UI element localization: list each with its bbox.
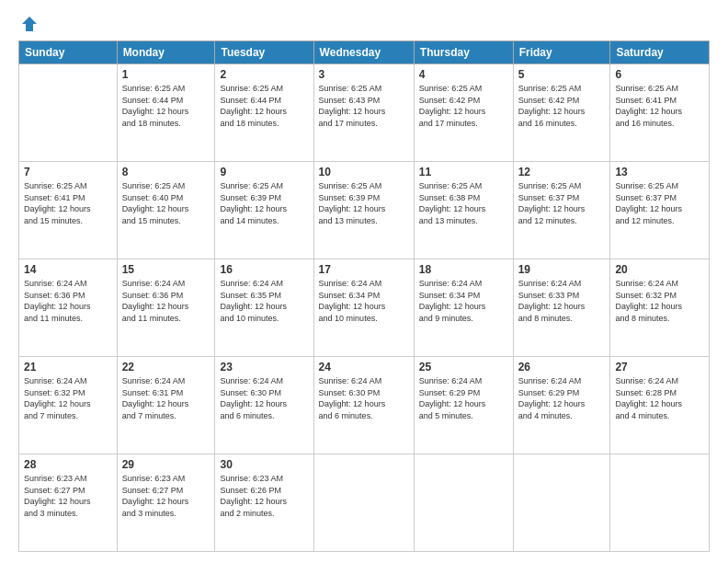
calendar-cell: 18Sunrise: 6:24 AM Sunset: 6:34 PM Dayli… [414, 259, 513, 357]
calendar-cell: 11Sunrise: 6:25 AM Sunset: 6:38 PM Dayli… [414, 162, 513, 259]
calendar: SundayMondayTuesdayWednesdayThursdayFrid… [18, 40, 710, 552]
calendar-cell: 21Sunrise: 6:24 AM Sunset: 6:32 PM Dayli… [19, 357, 118, 454]
calendar-cell: 8Sunrise: 6:25 AM Sunset: 6:40 PM Daylig… [117, 162, 215, 259]
calendar-cell: 14Sunrise: 6:24 AM Sunset: 6:36 PM Dayli… [19, 259, 118, 357]
day-number: 19 [518, 263, 606, 276]
calendar-week-row: 21Sunrise: 6:24 AM Sunset: 6:32 PM Dayli… [19, 357, 710, 454]
weekday-header: Wednesday [313, 41, 414, 64]
day-number: 9 [220, 166, 308, 178]
calendar-cell: 20Sunrise: 6:24 AM Sunset: 6:32 PM Dayli… [610, 259, 710, 357]
day-number: 6 [615, 68, 704, 81]
top-section [18, 15, 710, 33]
day-info: Sunrise: 6:24 AM Sunset: 6:36 PM Dayligh… [122, 278, 210, 324]
calendar-week-row: 7Sunrise: 6:25 AM Sunset: 6:41 PM Daylig… [19, 162, 710, 259]
day-info: Sunrise: 6:24 AM Sunset: 6:31 PM Dayligh… [122, 375, 210, 421]
day-number: 12 [518, 166, 606, 178]
day-info: Sunrise: 6:25 AM Sunset: 6:40 PM Dayligh… [122, 180, 210, 226]
calendar-cell: 9Sunrise: 6:25 AM Sunset: 6:39 PM Daylig… [215, 162, 313, 259]
day-info: Sunrise: 6:25 AM Sunset: 6:42 PM Dayligh… [419, 83, 508, 129]
page: SundayMondayTuesdayWednesdayThursdayFrid… [0, 0, 728, 563]
day-number: 8 [122, 166, 210, 178]
day-number: 1 [122, 68, 210, 81]
day-number: 17 [319, 263, 409, 276]
calendar-cell: 7Sunrise: 6:25 AM Sunset: 6:41 PM Daylig… [19, 162, 118, 259]
calendar-cell: 30Sunrise: 6:23 AM Sunset: 6:26 PM Dayli… [215, 454, 313, 552]
weekday-header: Monday [117, 41, 215, 64]
day-info: Sunrise: 6:24 AM Sunset: 6:29 PM Dayligh… [419, 375, 508, 421]
weekday-header: Thursday [414, 41, 513, 64]
day-info: Sunrise: 6:24 AM Sunset: 6:33 PM Dayligh… [518, 278, 606, 324]
day-info: Sunrise: 6:25 AM Sunset: 6:44 PM Dayligh… [220, 83, 308, 129]
day-info: Sunrise: 6:24 AM Sunset: 6:36 PM Dayligh… [24, 278, 112, 324]
weekday-header: Saturday [610, 41, 710, 64]
calendar-cell: 22Sunrise: 6:24 AM Sunset: 6:31 PM Dayli… [117, 357, 215, 454]
day-info: Sunrise: 6:24 AM Sunset: 6:29 PM Dayligh… [518, 375, 606, 421]
calendar-cell: 12Sunrise: 6:25 AM Sunset: 6:37 PM Dayli… [513, 162, 610, 259]
calendar-cell [610, 454, 710, 552]
day-info: Sunrise: 6:25 AM Sunset: 6:44 PM Dayligh… [122, 83, 210, 129]
day-number: 16 [220, 263, 308, 276]
calendar-cell: 25Sunrise: 6:24 AM Sunset: 6:29 PM Dayli… [414, 357, 513, 454]
calendar-cell: 28Sunrise: 6:23 AM Sunset: 6:27 PM Dayli… [19, 454, 118, 552]
day-info: Sunrise: 6:25 AM Sunset: 6:41 PM Dayligh… [615, 83, 704, 129]
calendar-cell: 4Sunrise: 6:25 AM Sunset: 6:42 PM Daylig… [414, 64, 513, 162]
day-info: Sunrise: 6:25 AM Sunset: 6:38 PM Dayligh… [419, 180, 508, 226]
day-number: 22 [122, 361, 210, 373]
calendar-header-row: SundayMondayTuesdayWednesdayThursdayFrid… [19, 41, 710, 64]
day-info: Sunrise: 6:25 AM Sunset: 6:37 PM Dayligh… [518, 180, 606, 226]
calendar-cell: 23Sunrise: 6:24 AM Sunset: 6:30 PM Dayli… [215, 357, 313, 454]
day-number: 27 [615, 361, 704, 373]
day-info: Sunrise: 6:24 AM Sunset: 6:28 PM Dayligh… [615, 375, 704, 421]
day-info: Sunrise: 6:25 AM Sunset: 6:43 PM Dayligh… [319, 83, 409, 129]
weekday-header: Friday [513, 41, 610, 64]
day-info: Sunrise: 6:25 AM Sunset: 6:42 PM Dayligh… [518, 83, 606, 129]
day-number: 20 [615, 263, 704, 276]
day-number: 30 [220, 458, 308, 471]
day-info: Sunrise: 6:24 AM Sunset: 6:34 PM Dayligh… [419, 278, 508, 324]
day-number: 7 [24, 166, 112, 178]
day-number: 10 [319, 166, 409, 178]
day-info: Sunrise: 6:24 AM Sunset: 6:32 PM Dayligh… [615, 278, 704, 324]
day-number: 13 [615, 166, 704, 178]
calendar-cell: 13Sunrise: 6:25 AM Sunset: 6:37 PM Dayli… [610, 162, 710, 259]
day-number: 11 [419, 166, 508, 178]
day-number: 24 [319, 361, 409, 373]
calendar-cell: 15Sunrise: 6:24 AM Sunset: 6:36 PM Dayli… [117, 259, 215, 357]
day-info: Sunrise: 6:25 AM Sunset: 6:39 PM Dayligh… [220, 180, 308, 226]
day-number: 26 [518, 361, 606, 373]
day-info: Sunrise: 6:24 AM Sunset: 6:34 PM Dayligh… [319, 278, 409, 324]
calendar-cell [513, 454, 610, 552]
day-info: Sunrise: 6:24 AM Sunset: 6:35 PM Dayligh… [220, 278, 308, 324]
day-info: Sunrise: 6:23 AM Sunset: 6:27 PM Dayligh… [122, 473, 210, 519]
calendar-cell: 3Sunrise: 6:25 AM Sunset: 6:43 PM Daylig… [313, 64, 414, 162]
day-number: 29 [122, 458, 210, 471]
calendar-cell: 27Sunrise: 6:24 AM Sunset: 6:28 PM Dayli… [610, 357, 710, 454]
calendar-cell: 26Sunrise: 6:24 AM Sunset: 6:29 PM Dayli… [513, 357, 610, 454]
calendar-cell: 1Sunrise: 6:25 AM Sunset: 6:44 PM Daylig… [117, 64, 215, 162]
day-number: 2 [220, 68, 308, 81]
day-info: Sunrise: 6:25 AM Sunset: 6:39 PM Dayligh… [319, 180, 409, 226]
calendar-cell [313, 454, 414, 552]
day-info: Sunrise: 6:25 AM Sunset: 6:37 PM Dayligh… [615, 180, 704, 226]
calendar-cell: 16Sunrise: 6:24 AM Sunset: 6:35 PM Dayli… [215, 259, 313, 357]
calendar-cell: 29Sunrise: 6:23 AM Sunset: 6:27 PM Dayli… [117, 454, 215, 552]
calendar-cell: 2Sunrise: 6:25 AM Sunset: 6:44 PM Daylig… [215, 64, 313, 162]
day-number: 28 [24, 458, 112, 471]
calendar-cell: 17Sunrise: 6:24 AM Sunset: 6:34 PM Dayli… [313, 259, 414, 357]
day-number: 18 [419, 263, 508, 276]
day-number: 5 [518, 68, 606, 81]
logo [18, 15, 39, 33]
day-info: Sunrise: 6:23 AM Sunset: 6:27 PM Dayligh… [24, 473, 112, 519]
calendar-cell: 6Sunrise: 6:25 AM Sunset: 6:41 PM Daylig… [610, 64, 710, 162]
day-number: 3 [319, 68, 409, 81]
calendar-week-row: 28Sunrise: 6:23 AM Sunset: 6:27 PM Dayli… [19, 454, 710, 552]
calendar-cell: 19Sunrise: 6:24 AM Sunset: 6:33 PM Dayli… [513, 259, 610, 357]
logo-icon [20, 15, 39, 33]
calendar-cell [414, 454, 513, 552]
day-info: Sunrise: 6:25 AM Sunset: 6:41 PM Dayligh… [24, 180, 112, 226]
day-info: Sunrise: 6:24 AM Sunset: 6:30 PM Dayligh… [319, 375, 409, 421]
day-info: Sunrise: 6:24 AM Sunset: 6:32 PM Dayligh… [24, 375, 112, 421]
calendar-cell: 24Sunrise: 6:24 AM Sunset: 6:30 PM Dayli… [313, 357, 414, 454]
calendar-cell: 10Sunrise: 6:25 AM Sunset: 6:39 PM Dayli… [313, 162, 414, 259]
day-number: 25 [419, 361, 508, 373]
